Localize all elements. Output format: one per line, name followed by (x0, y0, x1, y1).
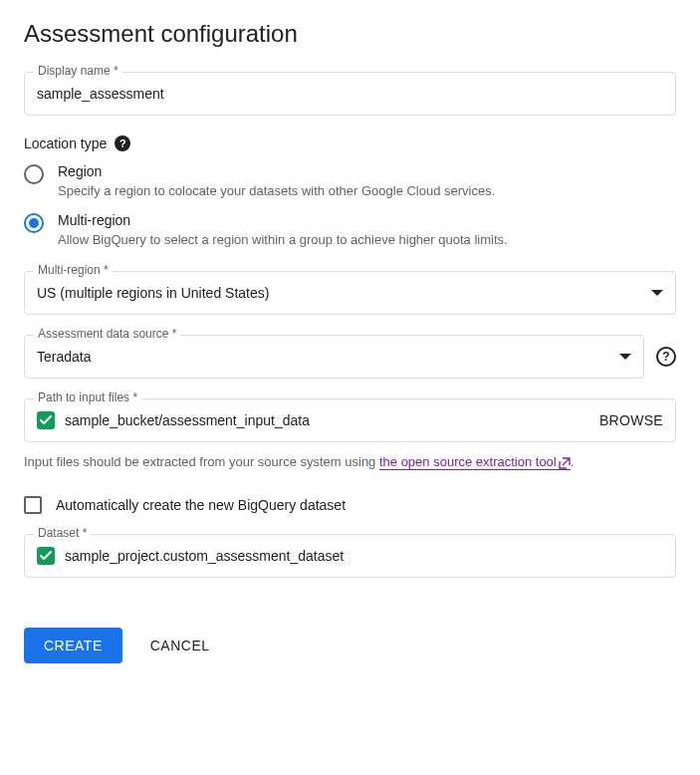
auto-create-checkbox-row[interactable]: Automatically create the new BigQuery da… (24, 496, 676, 514)
location-type-label: Location type ? (24, 135, 676, 151)
page-title: Assessment configuration (24, 20, 676, 48)
external-link-icon (559, 457, 571, 469)
radio-multiregion-label: Multi-region (58, 212, 508, 228)
extraction-tool-link[interactable]: the open source extraction tool (379, 454, 571, 470)
dataset-value: sample_project.custom_assessment_dataset (65, 548, 663, 564)
radio-region-label: Region (58, 163, 495, 179)
input-files-input-wrapper[interactable]: sample_bucket/assessment_input_data BROW… (24, 398, 676, 442)
dataset-input-wrapper[interactable]: sample_project.custom_assessment_dataset (24, 534, 676, 578)
browse-button[interactable]: BROWSE (599, 412, 663, 428)
auto-create-checkbox[interactable] (24, 496, 42, 514)
radio-region-control[interactable] (24, 164, 44, 184)
helper-suffix: . (571, 454, 575, 469)
help-icon[interactable]: ? (115, 135, 130, 151)
create-button[interactable]: CREATE (24, 628, 122, 663)
radio-multiregion-desc: Allow BigQuery to select a region within… (58, 232, 508, 247)
actions-row: CREATE CANCEL (24, 628, 676, 663)
data-source-field: Assessment data source * Teradata ? (24, 335, 676, 379)
help-icon[interactable]: ? (656, 347, 676, 367)
display-name-label: Display name * (34, 64, 122, 78)
check-icon (37, 547, 55, 565)
multi-region-field: Multi-region * US (multiple regions in U… (24, 271, 676, 315)
input-files-field: Path to input files * sample_bucket/asse… (24, 398, 676, 472)
data-source-label: Assessment data source * (34, 327, 180, 341)
multi-region-label: Multi-region * (34, 263, 113, 277)
chevron-down-icon (651, 290, 663, 296)
dataset-label: Dataset * (34, 526, 91, 540)
check-icon (37, 411, 55, 429)
radio-region-desc: Specify a region to colocate your datase… (58, 183, 495, 198)
multi-region-value: US (multiple regions in United States) (37, 285, 651, 301)
input-files-label: Path to input files * (34, 390, 141, 404)
display-name-input[interactable] (37, 86, 663, 102)
radio-multiregion-control[interactable] (24, 213, 44, 233)
radio-region[interactable]: Region Specify a region to colocate your… (24, 163, 676, 198)
cancel-button[interactable]: CANCEL (150, 638, 210, 653)
chevron-down-icon (619, 354, 631, 360)
radio-multiregion[interactable]: Multi-region Allow BigQuery to select a … (24, 212, 676, 247)
input-files-helper: Input files should be extracted from you… (24, 452, 676, 472)
location-type-text: Location type (24, 135, 107, 151)
auto-create-label: Automatically create the new BigQuery da… (56, 497, 346, 513)
data-source-select[interactable]: Teradata (24, 335, 644, 379)
display-name-field: Display name * (24, 72, 676, 116)
multi-region-select[interactable]: US (multiple regions in United States) (24, 271, 676, 315)
dataset-field: Dataset * sample_project.custom_assessme… (24, 534, 676, 578)
display-name-input-wrapper[interactable] (24, 72, 676, 116)
data-source-value: Teradata (37, 349, 619, 365)
helper-prefix: Input files should be extracted from you… (24, 454, 379, 469)
input-files-value: sample_bucket/assessment_input_data (65, 412, 587, 428)
